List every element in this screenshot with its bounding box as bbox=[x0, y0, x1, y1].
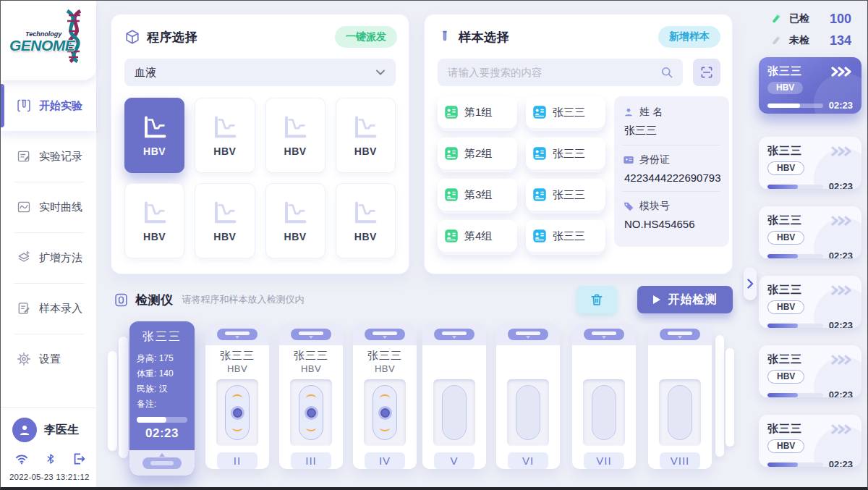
clear-detector-button[interactable] bbox=[576, 286, 617, 313]
sidebar-item-settings[interactable]: 设置 bbox=[1, 334, 96, 384]
queue-card[interactable]: 张三三 HBV 02:23 bbox=[759, 276, 861, 328]
sample-panel-title: 样本选择 bbox=[459, 29, 509, 46]
detector-slot[interactable]: 张三三 HBV II bbox=[205, 324, 269, 469]
queue-card-name: 张三三 bbox=[767, 352, 802, 366]
sample-item[interactable]: 张三三 bbox=[526, 220, 605, 252]
cartridge-bay bbox=[507, 379, 549, 446]
queue-card[interactable]: 张三三 HBV 02:23 bbox=[759, 345, 861, 397]
add-sample-button[interactable]: 新增样本 bbox=[658, 26, 720, 48]
slot-sample-name bbox=[572, 349, 636, 363]
search-icon[interactable] bbox=[660, 65, 674, 80]
wifi-icon[interactable] bbox=[14, 452, 30, 466]
group-item[interactable]: 第3组 bbox=[438, 179, 517, 211]
sidebar-user-block: 李医生 2022-05-23 13:21:12 bbox=[1, 407, 96, 487]
detector-slot[interactable]: VII bbox=[572, 324, 636, 469]
dropdown-value: 血液 bbox=[135, 66, 156, 80]
detector-slot-active[interactable]: 张三三 身高: 175 体重: 140 民族: 汉 备注: 02:23 bbox=[129, 321, 195, 476]
bluetooth-icon[interactable] bbox=[45, 452, 56, 466]
queue-card-program: HBV bbox=[767, 439, 804, 453]
program-card[interactable]: HBV bbox=[336, 98, 396, 173]
logout-icon[interactable] bbox=[72, 452, 86, 466]
sidebar-item-label: 开始实验 bbox=[39, 99, 82, 113]
eject-handle[interactable] bbox=[508, 329, 548, 340]
program-card[interactable]: HBV bbox=[195, 183, 255, 258]
eject-handle[interactable] bbox=[291, 329, 331, 340]
detector-slot[interactable]: V bbox=[422, 324, 486, 469]
sample-item[interactable]: 张三三 bbox=[526, 96, 605, 128]
play-icon bbox=[653, 295, 660, 304]
program-card[interactable]: HBV bbox=[265, 98, 326, 173]
sample-type-dropdown[interactable]: 血液 bbox=[124, 59, 396, 86]
sidebar-item-label: 样本录入 bbox=[39, 302, 82, 316]
sidebar-item-realtime-curve[interactable]: 实时曲线 bbox=[1, 182, 96, 232]
cartridge-capsule bbox=[225, 385, 250, 440]
queue-card[interactable]: 张三三 HBV 02:23 bbox=[759, 206, 861, 258]
program-card[interactable]: HBV bbox=[124, 183, 184, 258]
detail-id-value: 4223444222690793 bbox=[624, 172, 720, 184]
sidebar-item-experiment-records[interactable]: 实验记录 bbox=[1, 131, 96, 182]
sidebar-item-amplification-method[interactable]: 扩增方法 bbox=[1, 232, 96, 283]
eject-handle[interactable] bbox=[365, 329, 405, 340]
slot-number: III bbox=[291, 452, 331, 469]
sidebar-item-label: 设置 bbox=[39, 352, 61, 366]
amplification-curve-icon bbox=[282, 200, 308, 226]
eject-handle[interactable] bbox=[584, 329, 624, 340]
detail-name-value: 张三三 bbox=[624, 124, 720, 138]
one-key-dispatch-button[interactable]: 一键派发 bbox=[335, 26, 397, 48]
group-item[interactable]: 第1组 bbox=[438, 96, 517, 128]
eject-handle[interactable] bbox=[660, 329, 700, 340]
program-card[interactable]: HBV bbox=[265, 183, 326, 258]
eject-handle[interactable] bbox=[217, 329, 258, 340]
datetime-text: 2022-05-23 13:21:12 bbox=[1, 473, 96, 481]
program-card[interactable]: HBV bbox=[124, 98, 184, 173]
sample-selection-panel: 样本选择 新增样本 第1组 第2组 bbox=[424, 14, 733, 274]
queue-card[interactable]: 张三三 HBV 02:23 bbox=[759, 57, 861, 114]
rail-collapse-handle[interactable] bbox=[744, 267, 757, 300]
stacked-card-edge bbox=[108, 351, 117, 451]
detector-slot[interactable]: 张三三 HBV III bbox=[279, 324, 343, 469]
detector-slot[interactable]: 张三三 HBV IV bbox=[353, 324, 417, 469]
slot-footer bbox=[129, 450, 195, 476]
detail-module-value: NO.HS454656 bbox=[624, 218, 720, 230]
queue-card[interactable]: 张三三 HBV 02:23 bbox=[759, 415, 861, 467]
detector-slot[interactable]: VI bbox=[496, 324, 560, 469]
sample-panel-header: 样本选择 新增样本 bbox=[425, 14, 732, 48]
slot-number: V bbox=[434, 452, 475, 469]
cartridge-capsule-empty bbox=[592, 385, 616, 440]
user-row[interactable]: 李医生 bbox=[1, 418, 96, 442]
slot-sample-name bbox=[422, 349, 486, 363]
amplification-curve-icon bbox=[212, 200, 238, 226]
cartridge-bay bbox=[433, 379, 475, 446]
scan-button[interactable] bbox=[693, 59, 720, 86]
group-item[interactable]: 第2组 bbox=[438, 138, 517, 169]
program-card[interactable]: HBV bbox=[336, 183, 396, 258]
sample-content: 第1组 第2组 第3组 第4组 张三三 张三三 bbox=[425, 86, 732, 252]
sample-item[interactable]: 张三三 bbox=[526, 179, 605, 211]
test-tube-bracket-icon bbox=[17, 98, 31, 113]
search-input[interactable] bbox=[446, 66, 660, 79]
queue-card[interactable]: 张三三 HBV 02:23 bbox=[759, 137, 861, 189]
untested-tube-icon bbox=[769, 34, 783, 48]
group-item[interactable]: 第4组 bbox=[438, 220, 517, 252]
sample-item[interactable]: 张三三 bbox=[526, 138, 605, 169]
amplification-curve-icon bbox=[142, 114, 168, 140]
slot-program bbox=[648, 363, 712, 376]
eject-handle[interactable] bbox=[434, 329, 475, 340]
cartridge-dot bbox=[231, 406, 244, 420]
sidebar-item-sample-entry[interactable]: 样本录入 bbox=[1, 283, 96, 334]
sidebar-item-start-experiment[interactable]: 开始实验 bbox=[1, 80, 96, 131]
queue-progress-bar bbox=[767, 185, 823, 189]
sidebar-item-label: 实时曲线 bbox=[39, 200, 82, 214]
sidebar-item-label: 实验记录 bbox=[39, 150, 82, 164]
eject-handle[interactable] bbox=[142, 457, 182, 469]
program-card[interactable]: HBV bbox=[195, 98, 255, 173]
cartridge-arc-bottom bbox=[232, 424, 242, 431]
detail-module-label: 模块号 bbox=[623, 200, 720, 213]
slot-program: HBV bbox=[353, 363, 417, 376]
start-detection-button[interactable]: 开始检测 bbox=[637, 286, 733, 313]
detector-slot[interactable]: VIII bbox=[648, 324, 712, 469]
slot-progress-bar bbox=[137, 417, 187, 423]
brand-text: Technology GENOME bbox=[9, 31, 75, 53]
card-circle-decoration bbox=[814, 73, 861, 114]
group-idcard-icon bbox=[444, 187, 459, 202]
